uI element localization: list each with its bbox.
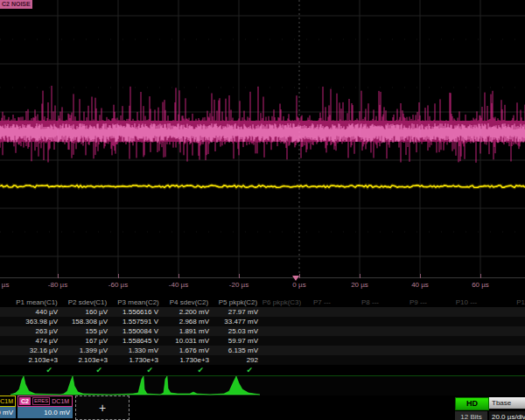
axis-tick	[420, 274, 421, 278]
measure-status-p5: ✔	[206, 366, 253, 374]
measure-value-p4-r2: 2.968 mV	[157, 318, 209, 326]
c2-vdiv: 10.0 mV	[18, 407, 73, 418]
measure-header-inactive[interactable]: P11	[492, 298, 525, 306]
c1-coupling: DC1M	[0, 396, 13, 406]
measure-value-p1-r4: 474 µV	[5, 337, 58, 345]
trace-annotation-label[interactable]: C2 NOISE	[0, 0, 32, 9]
timebase-value: 20.0 µs/div	[489, 411, 525, 420]
measure-value-p1-r1: 440 µV	[5, 308, 58, 316]
c2-label: C2	[19, 397, 31, 405]
measure-value-p3-r4: 1.558645 V	[106, 337, 158, 345]
axis-tick	[118, 274, 119, 278]
measure-value-p1-r3: 263 µV	[5, 327, 58, 335]
axis-tick	[299, 274, 300, 278]
waveform-grid	[0, 0, 525, 278]
axis-tick-label: -60 µs	[92, 281, 144, 289]
histicon-strip	[0, 376, 525, 396]
measure-value-p2-r4: 167 µV	[55, 337, 108, 345]
channel-c2-descriptor[interactable]: C2 ERES DC1M 10.0 mV	[18, 396, 73, 418]
measure-value-p5-r2: 33.477 mV	[206, 318, 258, 326]
axis-tick-label: -40 µs	[152, 281, 205, 289]
axis-tick-label: -100 µs	[0, 281, 24, 289]
timebase-descriptor[interactable]: Tbase 20.0 µs/div	[489, 397, 525, 420]
measure-value-p3-r5: 1.330 mV	[106, 346, 158, 354]
c2-coupling: DC1M	[52, 396, 69, 406]
time-axis-line	[0, 277, 525, 278]
measure-value-p3-r3: 1.550084 V	[106, 327, 158, 335]
measure-value-p5-r6: 292	[206, 356, 258, 364]
axis-tick	[178, 274, 179, 278]
timebase-title: Tbase	[489, 397, 525, 409]
histicon-p2[interactable]	[60, 376, 110, 396]
measure-value-p4-r4: 10.031 mV	[157, 337, 209, 345]
measure-value-p2-r2: 158.308 µV	[55, 318, 108, 326]
measure-value-p4-r6: 1.730e+3	[157, 356, 209, 364]
measure-value-p4-r3: 1.891 mV	[157, 327, 209, 335]
measure-value-p4-r1: 2.200 mV	[157, 308, 209, 316]
axis-tick-label: -80 µs	[32, 281, 84, 289]
axis-tick-label: -20 µs	[213, 281, 265, 289]
measure-value-p3-r2: 1.557591 V	[106, 318, 158, 326]
axis-tick-label: 60 µs	[454, 281, 507, 289]
measure-value-p5-r1: 27.97 mV	[206, 308, 258, 316]
axis-tick	[480, 274, 481, 278]
histicon-p5[interactable]	[210, 376, 260, 396]
hd-bits-label: 12 Bits	[455, 411, 487, 420]
axis-tick	[58, 274, 59, 278]
histicon-p1[interactable]	[10, 376, 60, 396]
descriptor-bar: C1 DC1M 10.0 mV C2 ERES DC1M 10.0 mV + H…	[0, 396, 525, 420]
measure-value-p1-r6: 2.103e+3	[5, 356, 58, 364]
measure-value-p4-r5: 1.676 mV	[157, 346, 209, 354]
measure-value-p2-r5: 1.399 µV	[55, 346, 108, 354]
c1-vdiv: 10.0 mV	[0, 407, 16, 418]
axis-tick	[239, 274, 240, 278]
measure-status-p3: ✔	[106, 366, 153, 374]
add-trace-button[interactable]: +	[75, 396, 130, 420]
measure-value-p3-r1: 1.556616 V	[106, 308, 158, 316]
measure-header-inactive[interactable]: P10 ---	[436, 298, 497, 306]
measure-status-p1: ✔	[5, 366, 52, 374]
histicon-p3[interactable]	[110, 376, 160, 396]
measure-value-p2-r3: 155 µV	[55, 327, 108, 335]
axis-tick-label: 0 µs	[273, 281, 326, 289]
channel-c1-descriptor[interactable]: C1 DC1M 10.0 mV	[0, 396, 16, 418]
measure-value-p5-r4: 59.97 mV	[206, 337, 258, 345]
measure-value-p2-r6: 2.103e+3	[55, 356, 108, 364]
measure-value-p5-r5: 6.135 mV	[206, 346, 258, 354]
axis-tick-label: 40 µs	[394, 281, 446, 289]
measure-value-p3-r6: 1.730e+3	[106, 356, 158, 364]
hd-mode-badge[interactable]: HD	[455, 397, 489, 410]
axis-tick	[360, 274, 360, 278]
measure-value-p1-r2: 363.98 µV	[5, 318, 58, 326]
measure-value-p2-r1: 160 µV	[55, 308, 108, 316]
axis-tick-label: 20 µs	[333, 281, 386, 289]
measure-value-p1-r5: 32.16 µV	[5, 346, 58, 354]
measure-status-p2: ✔	[55, 366, 102, 374]
trigger-position-marker[interactable]	[292, 276, 299, 281]
oscilloscope-screen: C2 NOISE -100 µs-80 µs-60 µs-40 µs-20 µs…	[0, 0, 525, 420]
histicon-p4[interactable]	[160, 376, 210, 396]
c2-eres-badge: ERES	[32, 397, 50, 405]
measure-status-p4: ✔	[157, 366, 204, 374]
measure-value-p5-r3: 25.03 mV	[206, 327, 258, 335]
